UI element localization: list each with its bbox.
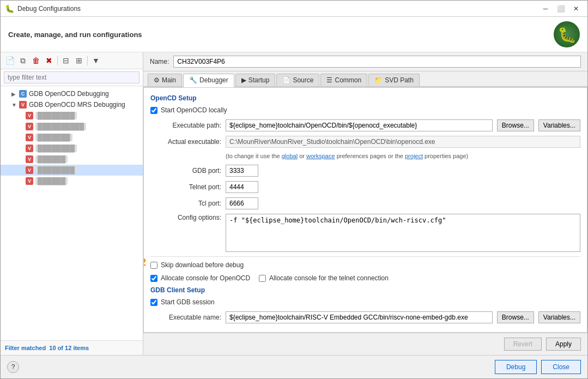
list-item-5[interactable]: V ██████ bbox=[1, 154, 143, 165]
tree-item-gdb-openocd[interactable]: ▶ C GDB OpenOCD Debugging bbox=[1, 88, 143, 99]
global-link[interactable]: global bbox=[282, 153, 298, 159]
telnet-port-row: Telnet port: bbox=[150, 181, 580, 193]
startup-tab-label: Startup bbox=[248, 76, 270, 84]
help-button[interactable]: ? bbox=[7, 361, 19, 373]
name-input[interactable] bbox=[173, 56, 581, 68]
tab-svd-path[interactable]: 📁 SVD Path bbox=[368, 74, 420, 86]
tab-source[interactable]: 📄 Source bbox=[276, 74, 319, 86]
tab-main[interactable]: ⚙ Main bbox=[148, 74, 182, 86]
list-item-3[interactable]: V ███████ bbox=[1, 132, 143, 143]
v-icon-child7: V bbox=[26, 177, 33, 185]
list-item-6[interactable]: V ████████ bbox=[1, 165, 143, 176]
list-item-1[interactable]: V ████████ 1 bbox=[1, 110, 143, 121]
new-config-button[interactable]: 📄 bbox=[4, 55, 16, 67]
executable-name-input[interactable] bbox=[226, 311, 493, 323]
gdb-client-section: GDB Client Setup Start GDB session Execu… bbox=[150, 286, 580, 323]
tcl-port-row: Tcl port: bbox=[150, 197, 580, 209]
allocate-telnet-checkbox[interactable] bbox=[259, 275, 266, 282]
tree-item-label-child2: ██████████ bbox=[35, 123, 86, 130]
telnet-port-input[interactable] bbox=[226, 181, 258, 193]
filter-button[interactable]: ▼ bbox=[90, 55, 102, 67]
skip-download-checkbox[interactable] bbox=[150, 262, 157, 269]
debug-button[interactable]: Debug bbox=[495, 360, 537, 374]
executable-variables-button[interactable]: Variables... bbox=[538, 119, 580, 131]
tcl-port-input[interactable] bbox=[226, 197, 258, 209]
apply-button[interactable]: Apply bbox=[546, 338, 581, 351]
expand-all-button[interactable]: ⊞ bbox=[73, 55, 85, 67]
start-local-label: Start OpenOCD locally bbox=[161, 106, 227, 114]
tab-common[interactable]: ☰ Common bbox=[320, 74, 367, 86]
actual-executable-label: Actual executable: bbox=[150, 138, 221, 146]
list-item-4[interactable]: V ████████ bbox=[1, 143, 143, 154]
expand-icon-gdb-openocd: ▶ bbox=[11, 91, 17, 97]
remove-all-button[interactable]: ✖ bbox=[43, 55, 55, 67]
tab-startup[interactable]: ▶ Startup bbox=[235, 74, 276, 86]
tree-item-label-child3: ███████ bbox=[35, 134, 72, 141]
tab-debugger[interactable]: 🔧 Debugger bbox=[183, 74, 234, 87]
main-tab-icon: ⚙ bbox=[154, 76, 160, 84]
allocate-console-checkbox[interactable] bbox=[150, 275, 157, 282]
tree-item-gdb-openocd-mrs[interactable]: ▼ V GDB OpenOCD MRS Debugging bbox=[1, 99, 143, 110]
hint-middle: preferences pages or the bbox=[337, 153, 405, 159]
skip-download-area: Skip download before debug 2 bbox=[150, 261, 580, 269]
close-dialog-button[interactable]: Close bbox=[541, 360, 581, 374]
collapse-all-button[interactable]: ⊟ bbox=[60, 55, 72, 67]
duplicate-button[interactable]: ⧉ bbox=[17, 55, 29, 67]
v-icon-child3: V bbox=[26, 134, 33, 141]
hint-prefix: (to change it use the bbox=[226, 153, 282, 159]
console-row: Allocate console for OpenOCD Allocate co… bbox=[150, 274, 580, 282]
executable-browse-button[interactable]: Browse... bbox=[497, 119, 534, 131]
hint-text: (to change it use the global or workspac… bbox=[226, 152, 580, 160]
filter-matched: 10 bbox=[49, 345, 56, 351]
delete-button[interactable]: 🗑 bbox=[30, 55, 42, 67]
gdb-variables-button[interactable]: Variables... bbox=[538, 311, 580, 323]
skip-download-row: Skip download before debug bbox=[150, 261, 580, 269]
title-bar: 🐛 Debug Configurations ─ ⬜ ✕ bbox=[1, 1, 587, 17]
tree-item-label-child5: ██████ bbox=[35, 155, 68, 163]
revert-button[interactable]: Revert bbox=[504, 338, 542, 351]
name-label: Name: bbox=[150, 58, 169, 65]
app-logo bbox=[554, 21, 580, 47]
gdb-port-input[interactable] bbox=[226, 165, 258, 177]
c-icon: C bbox=[19, 90, 27, 98]
start-gdb-checkbox[interactable] bbox=[150, 299, 157, 306]
config-options-label: Config options: bbox=[150, 214, 221, 221]
window-title: Debug Configurations bbox=[17, 5, 535, 13]
hint-or: or bbox=[299, 153, 306, 159]
v-icon-mrs: V bbox=[19, 101, 27, 109]
divider-1 bbox=[150, 256, 580, 257]
bottom-bar: Revert Apply bbox=[143, 333, 587, 355]
restore-button[interactable]: ⬜ bbox=[554, 3, 568, 14]
v-icon-child1: V bbox=[26, 112, 33, 119]
list-item-7[interactable]: V ██████ bbox=[1, 176, 143, 187]
tree-area: ▶ C GDB OpenOCD Debugging ▼ V GDB OpenOC… bbox=[1, 86, 143, 340]
executable-name-row: Executable name: Browse... Variables... bbox=[150, 311, 580, 323]
main-content: 📄 ⧉ 🗑 ✖ ⊟ ⊞ ▼ ▶ C GDB OpenOCD Debugging bbox=[1, 52, 587, 355]
start-local-checkbox[interactable] bbox=[150, 107, 157, 114]
tree-item-label-child6: ████████ bbox=[35, 166, 77, 174]
gdb-browse-button[interactable]: Browse... bbox=[497, 311, 534, 323]
filter-input[interactable] bbox=[4, 71, 140, 83]
header-subtitle: Create, manage, and run configurations bbox=[8, 31, 142, 39]
left-panel: 📄 ⧉ 🗑 ✖ ⊟ ⊞ ▼ ▶ C GDB OpenOCD Debugging bbox=[1, 52, 143, 355]
window-icon: 🐛 bbox=[5, 4, 14, 13]
close-button[interactable]: ✕ bbox=[569, 3, 583, 14]
project-link[interactable]: project bbox=[405, 153, 423, 159]
left-toolbar: 📄 ⧉ 🗑 ✖ ⊟ ⊞ ▼ bbox=[1, 52, 143, 69]
executable-path-row: Executable path: Browse... Variables... bbox=[150, 119, 580, 131]
workspace-link[interactable]: workspace bbox=[306, 153, 335, 159]
executable-name-label: Executable name: bbox=[150, 314, 221, 321]
gdb-port-label: GDB port: bbox=[150, 167, 221, 175]
config-options-textarea[interactable]: -f "${eclipse_home}toolchain/OpenOCD/bin… bbox=[226, 214, 580, 252]
header-bar: Create, manage, and run configurations bbox=[1, 17, 587, 52]
start-local-row: Start OpenOCD locally bbox=[150, 106, 580, 114]
title-bar-controls: ─ ⬜ ✕ bbox=[538, 3, 583, 14]
hint-suffix: properties page) bbox=[425, 153, 468, 159]
openocd-section-title: OpenCD Setup bbox=[150, 94, 580, 102]
footer-right: Debug Close bbox=[495, 360, 581, 374]
actual-executable-input bbox=[226, 136, 580, 148]
executable-path-input[interactable] bbox=[226, 119, 493, 131]
list-item-2[interactable]: V ██████████ bbox=[1, 121, 143, 132]
openocd-setup-section: OpenCD Setup Start OpenOCD locally Execu… bbox=[150, 94, 580, 252]
minimize-button[interactable]: ─ bbox=[538, 3, 553, 14]
